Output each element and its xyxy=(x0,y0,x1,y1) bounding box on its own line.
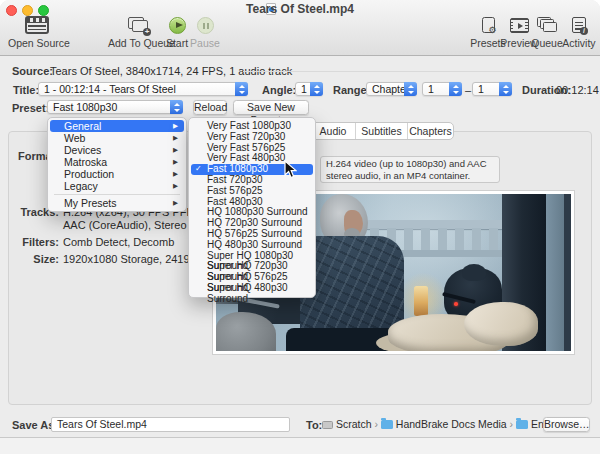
photo-stack-icon xyxy=(530,15,564,35)
folder-icon xyxy=(381,420,393,429)
destination-breadcrumb: Scratch › HandBrake Docs Media › Encoded xyxy=(322,418,572,430)
breadcrumb-volume[interactable]: Scratch xyxy=(336,418,372,430)
source-divider xyxy=(243,71,590,72)
activity-log-icon: i xyxy=(560,15,598,35)
folder-icon xyxy=(516,420,528,429)
photos-plus-icon: + xyxy=(108,15,170,35)
range-to-stepper[interactable]: 1 xyxy=(472,82,512,96)
stepper-icon xyxy=(310,82,323,96)
submenu-arrow-icon: ▶ xyxy=(173,156,178,168)
tab-bar: Audio Subtitles Chapters xyxy=(310,122,454,140)
filters-value: Comb Detect, Decomb xyxy=(63,236,174,248)
clapperboard-icon xyxy=(8,15,66,35)
range-label: Range: xyxy=(333,84,370,96)
submenu-arrow-icon: ▶ xyxy=(173,197,178,209)
stepper-icon xyxy=(449,82,462,96)
mouse-cursor xyxy=(284,160,297,179)
save-new-preset-button[interactable]: Save New Preset… xyxy=(233,100,309,115)
menu-item-my-presets[interactable]: My Presets ▶ xyxy=(50,197,184,209)
stepper-icon xyxy=(235,82,248,96)
submenu-arrow-icon: ▶ xyxy=(173,132,178,144)
title-popup[interactable]: 1 - 00:12:14 - Tears Of Steel xyxy=(38,82,248,96)
breadcrumb-separator: › xyxy=(374,418,378,430)
window-title: Tears Of Steel.mp4 xyxy=(0,2,600,16)
to-label: To: xyxy=(306,419,322,431)
reload-button[interactable]: Reload xyxy=(193,100,227,115)
menu-item-legacy[interactable]: Legacy ▶ xyxy=(50,180,184,192)
disk-icon xyxy=(322,421,333,429)
range-from-stepper[interactable]: 1 xyxy=(422,82,462,96)
browse-button[interactable]: Browse… xyxy=(543,417,590,432)
checkmark-icon: ✓ xyxy=(195,164,202,175)
preset-popup[interactable]: Fast 1080p30 xyxy=(47,100,183,114)
range-type-popup[interactable]: Chapters xyxy=(366,82,417,96)
open-source-button[interactable]: Open Source xyxy=(8,15,66,49)
titlebar-toolbar: Tears Of Steel.mp4 Open Source + Add To … xyxy=(0,0,600,56)
source-label: Source: xyxy=(12,65,53,77)
activity-button[interactable]: i Activity xyxy=(560,15,598,49)
start-button[interactable]: Start xyxy=(163,15,191,49)
angle-stepper[interactable]: 1 xyxy=(295,82,323,96)
filename-input[interactable]: Tears Of Steel.mp4 xyxy=(51,417,290,432)
general-preset-submenu: Very Fast 1080p30 Very Fast 720p30 Very … xyxy=(188,117,316,298)
stepper-icon xyxy=(170,100,183,114)
submenu-arrow-icon: ▶ xyxy=(173,120,178,132)
play-circle-icon xyxy=(163,15,191,35)
menu-separator xyxy=(54,194,180,195)
menu-item-devices[interactable]: Devices ▶ xyxy=(50,144,184,156)
range-dash: – xyxy=(465,84,471,96)
preset-description: H.264 video (up to 1080p30) and AAC ster… xyxy=(320,156,500,183)
title-label: Title: xyxy=(13,84,39,96)
stepper-icon xyxy=(404,82,417,96)
queue-button[interactable]: Queue xyxy=(530,15,564,49)
angle-label: Angle: xyxy=(262,84,296,96)
tracks-value-2: AAC (CoreAudio), Stereo xyxy=(63,219,187,231)
add-to-queue-button[interactable]: + Add To Queue xyxy=(108,15,170,49)
pause-circle-icon xyxy=(190,15,220,35)
submenu-arrow-icon: ▶ xyxy=(173,180,178,192)
breadcrumb-separator: › xyxy=(510,418,514,430)
size-label: Size: xyxy=(0,253,59,265)
filters-label: Filters: xyxy=(0,236,59,248)
menu-item-web[interactable]: Web ▶ xyxy=(50,132,184,144)
preset-category-menu: General ▶ Web ▶ Devices ▶ Matroska ▶ Pro… xyxy=(47,117,187,212)
menu-item-matroska[interactable]: Matroska ▶ xyxy=(50,156,184,168)
handbrake-window: Tears Of Steel.mp4 Open Source + Add To … xyxy=(0,0,600,454)
menu-item-general[interactable]: General ▶ xyxy=(50,120,184,132)
stepper-icon xyxy=(499,82,512,96)
pause-button: Pause xyxy=(190,15,220,49)
status-footer xyxy=(0,437,600,454)
tab-chapters[interactable]: Chapters xyxy=(407,123,453,139)
preset-label: Preset: xyxy=(12,102,49,114)
tab-subtitles[interactable]: Subtitles xyxy=(355,123,407,139)
submenu-arrow-icon: ▶ xyxy=(173,168,178,180)
submenu-item[interactable]: Super HQ 480p30 Surround xyxy=(191,283,313,294)
menu-item-production[interactable]: Production ▶ xyxy=(50,168,184,180)
submenu-arrow-icon: ▶ xyxy=(173,144,178,156)
duration-value: 00:12:14 xyxy=(556,84,599,96)
tab-audio[interactable]: Audio xyxy=(311,123,355,139)
breadcrumb-folder[interactable]: HandBrake Docs Media xyxy=(396,418,507,430)
